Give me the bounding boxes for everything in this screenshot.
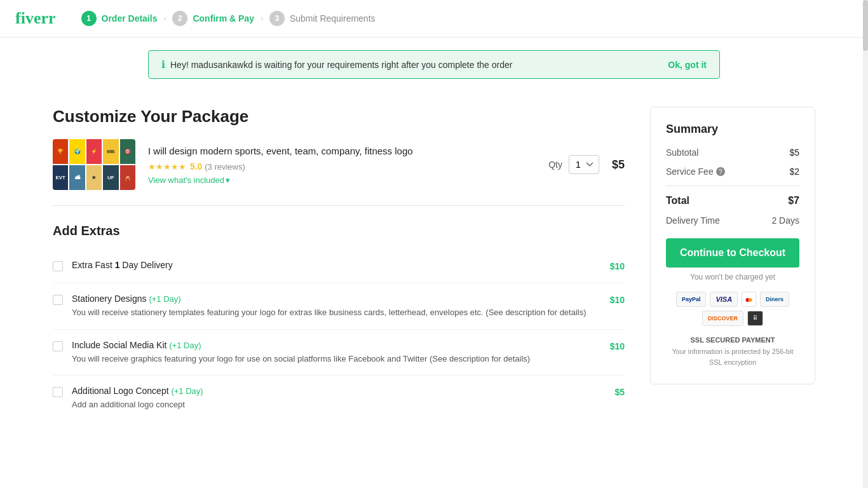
extra-info-4: Additional Logo Concept (+1 Day) Add an … — [72, 386, 606, 411]
arrow-1: › — [163, 14, 166, 23]
service-fee-row: Service Fee ? $2 — [666, 166, 799, 177]
product-price: $5 — [612, 158, 625, 172]
mastercard-icon: ●● — [742, 292, 756, 307]
summary-title: Summary — [666, 123, 799, 136]
extra-day-tag-2: (+1 Day) — [149, 294, 180, 304]
ssl-title: SSL SECURED PAYMENT — [666, 335, 799, 346]
qty-section: Qty 1 2 3 — [548, 155, 599, 174]
stepper: 1 Order Details › 2 Confirm & Pay › 3 Su… — [81, 11, 376, 26]
product-img-9: UF — [103, 165, 118, 190]
scrollbar[interactable] — [863, 0, 868, 421]
diners-icon: Diners — [760, 292, 789, 307]
step-2-num: 2 — [172, 11, 187, 26]
extra-checkbox-1[interactable] — [53, 261, 63, 271]
service-fee-help-icon[interactable]: ? — [716, 167, 725, 176]
notification-banner: ℹ Hey! madusankawkd is waiting for your … — [148, 50, 720, 79]
subtotal-label: Subtotal — [666, 147, 698, 158]
extra-info-3: Include Social Media Kit (+1 Day) You wi… — [72, 340, 601, 365]
step-2-label: Confirm & Pay — [193, 13, 254, 24]
view-included-link[interactable]: View what's included ▾ — [148, 175, 230, 185]
delivery-value: 2 Days — [771, 215, 799, 226]
main-content: Customize Your Package 🏆 🌍 ⚡ MB 🎯 EVT 🏙 … — [27, 92, 841, 421]
rating-number: 5.0 — [190, 161, 202, 172]
info-icon: ℹ — [161, 58, 165, 71]
step-3-num: 3 — [269, 11, 285, 26]
extra-name-4: Additional Logo Concept (+1 Day) — [72, 386, 606, 396]
product-img-3: ⚡ — [86, 139, 102, 164]
extra-info-1: Extra Fast 1 Day Delivery — [72, 260, 601, 273]
extra-desc-3: You will receive graphics featuring your… — [72, 353, 601, 365]
qty-select[interactable]: 1 2 3 — [569, 155, 599, 174]
product-img-4: MB — [103, 139, 118, 164]
step-3-label: Submit Requirements — [290, 13, 376, 24]
product-img-7: 🏙 — [69, 165, 85, 190]
product-img-10: 🎪 — [120, 165, 135, 190]
extra-name-2: Stationery Designs (+1 Day) — [72, 294, 601, 304]
payment-icons: PayPal VISA ●● Diners DISCOVER ⠿ — [666, 292, 799, 326]
sidebar: Summary Subtotal $5 Service Fee ? $2 Tot… — [650, 92, 815, 421]
product-rating-row: ★★★★★ 5.0 (3 reviews) — [148, 161, 536, 172]
total-row: Total $7 — [666, 195, 799, 207]
banner-dismiss-link[interactable]: Ok, got it — [668, 60, 707, 70]
product-img-8: ★ — [86, 165, 102, 190]
product-title: I will design modern sports, event, team… — [148, 144, 536, 158]
extra-desc-4: Add an additional logo concept — [72, 398, 606, 411]
paypal-icon: PayPal — [676, 292, 707, 307]
extra-info-2: Stationery Designs (+1 Day) You will rec… — [72, 294, 601, 319]
product-img-2: 🌍 — [69, 139, 85, 164]
step-2[interactable]: 2 Confirm & Pay — [172, 11, 254, 26]
delivery-row: Delivery Time 2 Days — [666, 215, 799, 226]
extra-item-social-media: Include Social Media Kit (+1 Day) You wi… — [53, 330, 625, 376]
step-1-label: Order Details — [102, 13, 158, 24]
product-row: 🏆 🌍 ⚡ MB 🎯 EVT 🏙 ★ UF 🎪 I will design mo… — [53, 139, 625, 206]
not-charged-text: You won't be charged yet — [666, 273, 799, 281]
banner-message: ℹ Hey! madusankawkd is waiting for your … — [161, 58, 512, 71]
product-info: I will design modern sports, event, team… — [148, 144, 536, 185]
arrow-2: › — [261, 14, 263, 23]
product-img-6: EVT — [53, 165, 68, 190]
scrollbar-thumb[interactable] — [863, 0, 868, 51]
extra-price-2: $10 — [610, 295, 625, 305]
product-images: 🏆 🌍 ⚡ MB 🎯 EVT 🏙 ★ UF 🎪 — [53, 139, 135, 190]
total-value: $7 — [788, 195, 799, 207]
product-img-1: 🏆 — [53, 139, 68, 164]
delivery-label: Delivery Time — [666, 215, 720, 226]
stars: ★★★★★ — [148, 162, 186, 172]
fiverr-logo: fiverr — [15, 9, 56, 28]
extras-section-title: Add Extras — [53, 224, 625, 238]
service-fee-label-group: Service Fee ? — [666, 166, 725, 177]
subtotal-row: Subtotal $5 — [666, 147, 799, 158]
product-img-5: 🎯 — [120, 139, 135, 164]
extra-item-stationery: Stationery Designs (+1 Day) You will rec… — [53, 283, 625, 330]
extra-checkbox-2[interactable] — [53, 295, 63, 305]
summary-box: Summary Subtotal $5 Service Fee ? $2 Tot… — [650, 107, 815, 384]
extra-day-tag-4: (+1 Day) — [171, 386, 203, 396]
service-fee-label: Service Fee — [666, 166, 714, 177]
ssl-text: SSL SECURED PAYMENT Your information is … — [666, 335, 799, 369]
step-1-num: 1 — [81, 11, 97, 26]
content-area: Customize Your Package 🏆 🌍 ⚡ MB 🎯 EVT 🏙 … — [53, 92, 625, 421]
total-label: Total — [666, 195, 689, 207]
reviews-count: (3 reviews) — [205, 162, 245, 172]
extra-checkbox-4[interactable] — [53, 387, 63, 397]
extra-day-tag-3: (+1 Day) — [169, 341, 201, 350]
step-3: 3 Submit Requirements — [269, 11, 376, 26]
extra-price-4: $5 — [614, 387, 625, 397]
checkout-button[interactable]: Continue to Checkout — [666, 238, 799, 268]
step-1[interactable]: 1 Order Details — [81, 11, 158, 26]
extra-item-fast-delivery: Extra Fast 1 Day Delivery $10 — [53, 250, 625, 283]
page-title: Customize Your Package — [53, 107, 625, 126]
header: fiverr 1 Order Details › 2 Confirm & Pay… — [0, 0, 868, 37]
summary-divider — [666, 186, 799, 186]
extra-price-3: $10 — [610, 341, 625, 351]
other-payment-icon: ⠿ — [747, 311, 763, 326]
ssl-desc: Your information is protected by 256-bit… — [666, 346, 799, 369]
extra-item-logo-concept: Additional Logo Concept (+1 Day) Add an … — [53, 376, 625, 421]
extra-desc-2: You will receive stationery templates fe… — [72, 306, 601, 319]
extra-name-3: Include Social Media Kit (+1 Day) — [72, 340, 601, 350]
service-fee-value: $2 — [789, 166, 799, 177]
subtotal-value: $5 — [789, 147, 799, 158]
extra-checkbox-3[interactable] — [53, 341, 63, 351]
banner-text: Hey! madusankawkd is waiting for your re… — [170, 60, 512, 70]
extra-name-1: Extra Fast 1 Day Delivery — [72, 260, 601, 270]
